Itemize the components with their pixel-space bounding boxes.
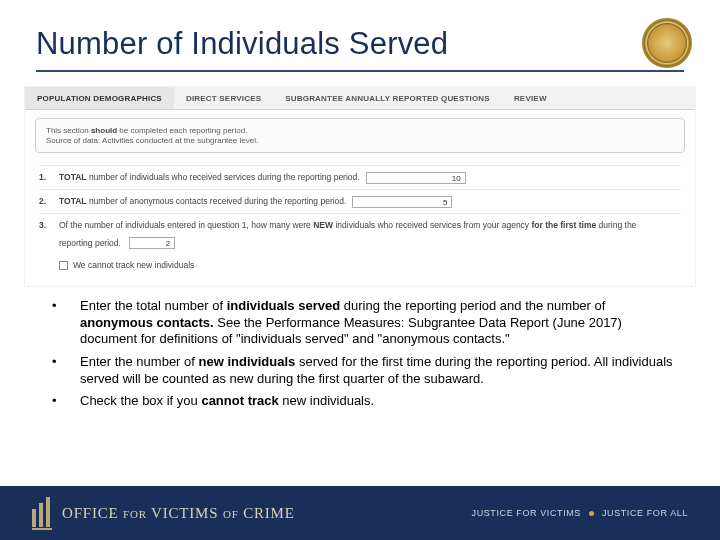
q3-text-c: during the [596,220,636,230]
info-line1-bold: should [91,126,117,135]
b1-pre: Enter the total number of [80,298,227,313]
q3-text-a: Of the number of individuals entered in … [59,220,313,230]
b3-pre: Check the box if you [80,393,201,408]
bullet-icon: • [52,354,60,387]
tagline-left: JUSTICE FOR VICTIMS [472,508,581,518]
q2-number: 2. [39,196,53,207]
footer-tagline: JUSTICE FOR VICTIMS JUSTICE FOR ALL [472,508,688,518]
question-3: 3. Of the number of individuals entered … [39,213,681,276]
question-2: 2. TOTAL number of anonymous contacts re… [39,189,681,213]
q2-bold: TOTAL [59,196,87,206]
b2-bold: new individuals [199,354,299,369]
q3-bold-a: NEW [313,220,333,230]
tab-direct-services[interactable]: DIRECT SERVICES [174,87,273,109]
b1-mid1: during the reporting period and the numb… [344,298,606,313]
info-line1-post: be completed each reporting period. [117,126,247,135]
info-line2: Source of data: Activities conducted at … [46,136,674,145]
q3-bold-b: for the first time [531,220,596,230]
q3-text-b: individuals who received services from y… [333,220,531,230]
ovc-logo-text: OFFICE FOR VICTIMS OF CRIME [62,505,295,522]
bullet-3: • Check the box if you cannot track new … [52,393,676,410]
footer-bar: OFFICE FOR VICTIMS OF CRIME JUSTICE FOR … [0,486,720,540]
info-line1-pre: This section [46,126,91,135]
b1-bold1: individuals served [227,298,344,313]
tab-subgrantee-annually[interactable]: SUBGRANTEE ANNUALLY REPORTED QUESTIONS [273,87,502,109]
b2-pre: Enter the number of [80,354,199,369]
question-1: 1. TOTAL number of individuals who recei… [39,165,681,189]
tab-population-demographics[interactable]: POPULATION DEMOGRAPHICS [25,87,174,109]
q3-number: 3. [39,220,53,231]
q3-continuation: reporting period. [59,238,121,248]
q1-input[interactable]: 10 [366,172,466,184]
doj-seal-icon [642,18,692,68]
ovc-logo: OFFICE FOR VICTIMS OF CRIME [32,497,295,530]
tab-bar: POPULATION DEMOGRAPHICS DIRECT SERVICES … [25,87,695,110]
tagline-right: JUSTICE FOR ALL [602,508,688,518]
b1-bold2: anonymous contacts. [80,315,217,330]
q2-text: number of anonymous contacts received du… [87,196,347,206]
title-divider [36,70,684,72]
b3-bold: cannot track [201,393,278,408]
embedded-screenshot: POPULATION DEMOGRAPHICS DIRECT SERVICES … [24,86,696,287]
cannot-track-checkbox[interactable] [59,261,68,270]
q1-number: 1. [39,172,53,183]
bullet-list: • Enter the total number of individuals … [52,298,676,416]
b3-post: new individuals. [279,393,374,408]
questions-list: 1. TOTAL number of individuals who recei… [25,161,695,286]
q1-bold: TOTAL [59,172,87,182]
bullet-2: • Enter the number of new individuals se… [52,354,676,387]
bullet-icon: • [52,298,60,348]
bullet-1: • Enter the total number of individuals … [52,298,676,348]
bullet-icon: • [52,393,60,410]
pillars-icon [32,497,52,530]
q1-text: number of individuals who received servi… [87,172,360,182]
section-info-box: This section should be completed each re… [35,118,685,153]
q3-input[interactable]: 2 [129,237,175,249]
separator-dot-icon [589,511,594,516]
cannot-track-label: We cannot track new individuals [73,260,194,271]
q2-input[interactable]: 5 [352,196,452,208]
tab-review[interactable]: REVIEW [502,87,559,109]
page-title: Number of Individuals Served [36,26,630,62]
